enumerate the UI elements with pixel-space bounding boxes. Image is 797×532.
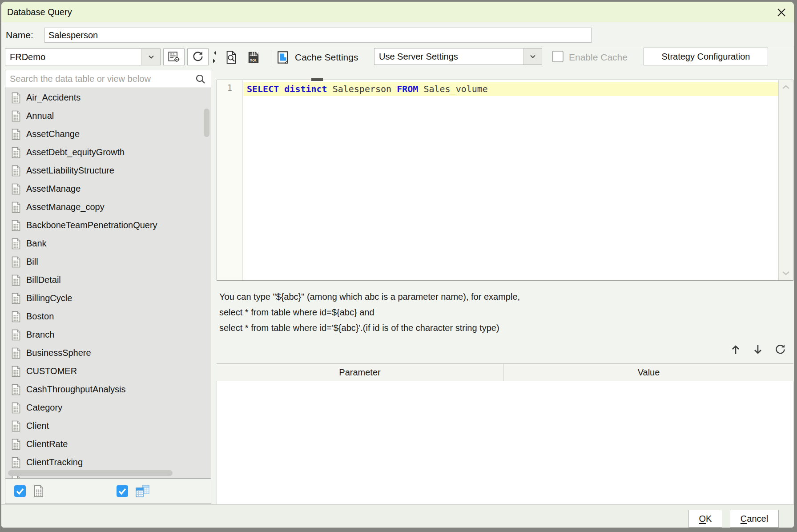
cache-save-icon xyxy=(276,50,290,66)
search-input[interactable] xyxy=(5,70,211,88)
table-list-item[interactable]: Bill xyxy=(5,253,211,271)
chevron-down-icon[interactable] xyxy=(523,48,542,64)
scroll-up-icon[interactable] xyxy=(781,84,790,92)
sql-editor: 1 SELECT distinct Salesperson FROM Sales… xyxy=(217,80,793,281)
move-parameter-down-button[interactable] xyxy=(749,342,766,359)
refresh-parameters-button[interactable] xyxy=(772,342,789,359)
show-views-checkbox[interactable] xyxy=(117,485,128,497)
table-name: Bill xyxy=(26,257,38,267)
enable-cache-checkbox[interactable] xyxy=(552,51,564,62)
table-icon xyxy=(11,183,21,195)
cancel-button[interactable]: Cancel xyxy=(730,510,779,528)
table-list-item[interactable]: Branch xyxy=(5,326,211,344)
table-icon xyxy=(11,329,21,341)
table-list-panel: Air_Accidents Annual AssetChange AssetDe… xyxy=(5,70,211,504)
strategy-configuration-button[interactable]: Strategy Configuration xyxy=(644,48,768,65)
table-name: Annual xyxy=(26,111,54,121)
parameter-column-header: Parameter xyxy=(217,364,503,381)
table-list-item[interactable]: AssetManage_copy xyxy=(5,198,211,216)
table-list-item[interactable]: Category xyxy=(5,399,211,417)
table-list-item[interactable]: Client xyxy=(5,417,211,435)
table-icon xyxy=(11,110,21,122)
cache-save-button[interactable] xyxy=(274,49,291,66)
table-icon xyxy=(11,366,21,377)
table-name: AssetManage xyxy=(26,184,81,194)
table-icon xyxy=(11,384,21,395)
search-row xyxy=(5,70,211,88)
arrow-up-icon xyxy=(730,344,741,357)
table-name: BillDetail xyxy=(26,275,61,285)
table-icon xyxy=(11,420,21,432)
table-list-item[interactable]: AssetManage xyxy=(5,180,211,198)
table-list-item[interactable]: Annual xyxy=(5,107,211,125)
cache-mode-select[interactable]: Use Server Settings xyxy=(374,48,542,65)
line-number-gutter: 1 xyxy=(217,80,243,280)
table-name: BusinessSphere xyxy=(26,348,91,358)
list-vertical-scrollbar[interactable] xyxy=(204,109,209,137)
table-list-item[interactable]: BillingCycle xyxy=(5,289,211,307)
connection-config-button[interactable] xyxy=(163,48,185,65)
table-list-item[interactable]: CashThroughputAnalysis xyxy=(5,380,211,399)
cache-settings-label: Cache Settings xyxy=(295,48,358,67)
table-name: AssetChange xyxy=(26,129,80,139)
table-icon xyxy=(11,238,21,250)
table-type-icon xyxy=(33,485,44,499)
parameter-table-header: Parameter Value xyxy=(217,363,793,381)
collapse-left-icon[interactable] xyxy=(212,51,216,55)
sql-code-area[interactable]: SELECT distinct Salesperson FROM Sales_v… xyxy=(243,80,778,280)
show-tables-checkbox[interactable] xyxy=(14,485,26,497)
search-icon xyxy=(195,73,206,87)
table-list-item[interactable]: AssetChange xyxy=(5,125,211,143)
help-line-1: You can type "${abc}" (among which abc i… xyxy=(219,289,520,304)
table-icon xyxy=(11,402,21,414)
chevron-down-icon[interactable] xyxy=(141,49,160,65)
sql-line-1[interactable]: SELECT distinct Salesperson FROM Sales_v… xyxy=(243,82,778,96)
list-filter-row xyxy=(5,478,211,504)
toolbar-separator xyxy=(271,51,271,65)
scroll-down-icon[interactable] xyxy=(781,269,790,277)
table-icon xyxy=(11,274,21,286)
preview-query-button[interactable] xyxy=(223,49,240,66)
help-line-2: select * from table where id=${abc} and xyxy=(219,305,374,320)
parameter-table-body[interactable] xyxy=(217,381,793,504)
table-icon xyxy=(11,439,21,450)
table-list: Air_Accidents Annual AssetChange AssetDe… xyxy=(5,89,211,479)
refresh-icon xyxy=(774,343,786,357)
table-list-item[interactable]: AssetDebt_equityGrowth xyxy=(5,143,211,161)
ok-button[interactable]: OK xyxy=(688,510,722,528)
table-list-item[interactable]: Air_Accidents xyxy=(5,89,211,107)
move-parameter-up-button[interactable] xyxy=(727,342,744,359)
table-list-item[interactable]: Boston xyxy=(5,307,211,326)
table-list-item[interactable]: CUSTOMER xyxy=(5,362,211,380)
table-name: ClientRate xyxy=(26,439,68,449)
table-icon xyxy=(11,92,21,104)
help-line-3: select * from table where id='${abc}'.(i… xyxy=(219,320,499,335)
table-name: ClientTracking xyxy=(26,457,83,468)
table-list-item[interactable]: ClientRate xyxy=(5,435,211,453)
table-list-item[interactable]: AssetLiabilityStructure xyxy=(5,161,211,180)
table-name: Air_Accidents xyxy=(26,93,81,103)
table-list-item[interactable]: BillDetail xyxy=(5,271,211,289)
connection-select[interactable]: FRDemo xyxy=(5,48,161,65)
line-number: 1 xyxy=(217,83,242,93)
panel-splitter[interactable] xyxy=(212,50,216,66)
list-horizontal-scrollbar[interactable] xyxy=(8,470,173,476)
table-name: AssetManage_copy xyxy=(26,202,105,212)
table-icon xyxy=(11,220,21,231)
footer: OK Cancel xyxy=(1,504,794,528)
svg-text:SQL: SQL xyxy=(250,58,257,62)
table-list-item[interactable]: BackboneTeamPenetrationQuery xyxy=(5,216,211,234)
table-list-item[interactable]: ClientTracking xyxy=(5,453,211,472)
sql-icon: SQL xyxy=(247,50,260,66)
sql-file-button[interactable]: SQL xyxy=(245,49,262,66)
table-list-item[interactable]: Bank xyxy=(5,234,211,253)
collapse-right-icon[interactable] xyxy=(213,59,217,63)
close-icon[interactable] xyxy=(775,6,788,19)
table-icon xyxy=(11,311,21,322)
editor-vertical-scrollbar[interactable] xyxy=(778,80,793,280)
query-name-input[interactable] xyxy=(44,28,592,43)
table-name: CashThroughputAnalysis xyxy=(26,384,125,395)
table-name: Branch xyxy=(26,330,54,340)
refresh-connection-button[interactable] xyxy=(187,48,209,65)
table-list-item[interactable]: BusinessSphere xyxy=(5,344,211,362)
